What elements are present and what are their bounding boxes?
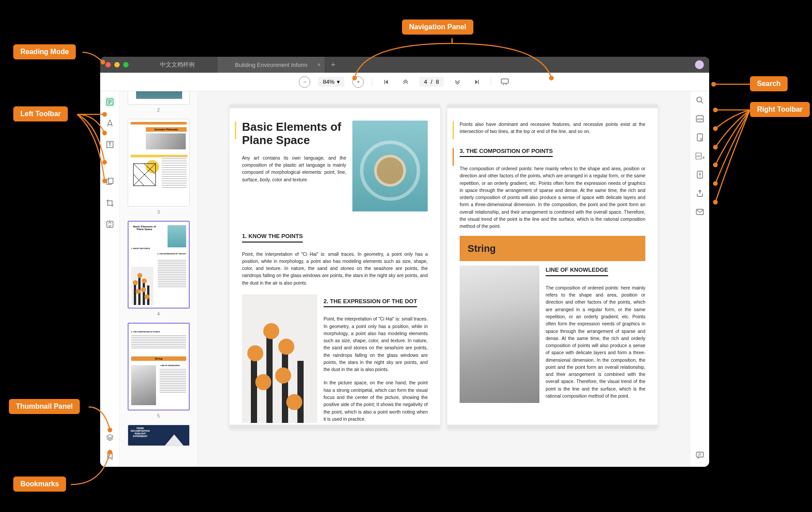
svg-rect-20 (109, 178, 113, 184)
callout-search: Search (750, 76, 788, 91)
app-window: 中文文档样例 Building Environment Inform × + −… (100, 57, 709, 467)
minimize-window-button[interactable] (114, 62, 120, 67)
previous-page-button[interactable] (400, 76, 411, 88)
separator (372, 78, 372, 86)
titlebar: 中文文档样例 Building Environment Inform × + (100, 57, 709, 73)
mini-h1: 1. KNOW THE POINTS (131, 247, 150, 250)
svg-marker-23 (163, 434, 185, 446)
mini-h2: 2. THE EXPRESSION OF THE DOT (157, 253, 186, 255)
tab-label: Building Environment Inform (235, 62, 307, 68)
thumbnail-number: 3 (128, 209, 189, 215)
mini-banner: Geometric Philosophy (146, 127, 187, 132)
svg-point-24 (697, 97, 702, 102)
comment-icon[interactable] (695, 450, 705, 461)
svg-point-12 (714, 182, 717, 185)
current-page: 4 (424, 78, 427, 85)
svg-point-11 (714, 163, 717, 167)
tab-label: 中文文档样例 (160, 61, 195, 69)
svg-rect-34 (696, 452, 703, 457)
edit-text-button[interactable] (105, 139, 115, 150)
total-pages: 8 (436, 78, 439, 85)
zoom-level-dropdown[interactable]: 84% ▾ (318, 77, 344, 87)
zoom-out-button[interactable]: − (299, 76, 310, 88)
right-toolbar: OCR PDFA (690, 91, 709, 467)
tab-doc-1[interactable]: 中文文档样例 (137, 57, 217, 73)
section-heading: 1. KNOW THE POINTS (242, 232, 303, 242)
navigation-panel: − 84% ▾ + 4 / 8 (100, 73, 709, 91)
thumbnail-page-5[interactable]: 3. THE COMPOSITION OF POINTS String LINE… (128, 323, 189, 418)
main-area: 2 Geometric Philosophy 3 (100, 91, 709, 467)
search-icon[interactable] (695, 95, 705, 106)
document-page-4: Basic Elements of Plane Space Any art co… (230, 105, 440, 428)
thumbnail-number: 5 (128, 413, 189, 418)
window-controls (105, 62, 129, 67)
mini-h4: LINE OF KNOWLEDGE (160, 364, 180, 367)
body-paragraph: Points also have dominant and recessive … (460, 121, 645, 135)
callout-reading-mode: Reading Mode (13, 44, 76, 59)
page-separator: / (431, 78, 433, 85)
svg-point-3 (712, 82, 715, 86)
tab-doc-2[interactable]: Building Environment Inform × (217, 57, 325, 73)
left-toolbar (100, 91, 120, 467)
user-avatar[interactable] (695, 60, 704, 69)
share-icon[interactable] (695, 188, 705, 199)
zoom-in-button[interactable]: + (352, 76, 364, 88)
convert-button[interactable] (105, 219, 115, 230)
hero-image (352, 121, 428, 211)
svg-text:PDF: PDF (697, 155, 701, 157)
crop-button[interactable] (105, 198, 115, 208)
body-paragraph: The composition of ordered points: here … (460, 165, 645, 230)
layers-icon[interactable] (105, 432, 115, 443)
document-tabs: 中文文档样例 Building Environment Inform × + (137, 57, 341, 73)
document-viewer[interactable]: Basic Elements of Plane Space Any art co… (198, 91, 690, 467)
svg-point-9 (714, 127, 717, 130)
page-organize-button[interactable] (105, 176, 115, 187)
first-page-button[interactable] (380, 76, 392, 88)
string-banner: String (460, 236, 645, 261)
illustration-image (242, 294, 317, 423)
callout-bookmarks: Bookmarks (13, 477, 66, 492)
page-number-input[interactable]: 4 / 8 (419, 77, 443, 87)
bookmark-icon[interactable] (105, 451, 115, 461)
document-page-5: Points also have dominant and recessive … (447, 105, 658, 428)
section-heading: 2. THE EXPRESSION OF THE DOT (324, 297, 417, 308)
last-page-button[interactable] (471, 76, 483, 88)
mini-string-banner: String (131, 356, 186, 361)
tab-add-button[interactable]: + (325, 57, 341, 73)
annotate-button[interactable] (105, 118, 115, 129)
close-window-button[interactable] (105, 62, 111, 67)
thumbnail-number: 4 (128, 311, 189, 317)
callout-left-toolbar: Left Toolbar (13, 106, 68, 121)
next-page-button[interactable] (452, 76, 463, 88)
svg-text:A: A (703, 156, 704, 159)
svg-point-10 (714, 145, 717, 149)
thumbnail-number: 2 (128, 107, 189, 113)
tab-close-icon[interactable]: × (317, 61, 320, 68)
mini-h3: 3. THE COMPOSITION OF POINTS (131, 331, 160, 333)
thumbnail-panel[interactable]: 2 Geometric Philosophy 3 (120, 91, 198, 467)
thumbnail-page-3[interactable]: Geometric Philosophy 3 (128, 119, 189, 215)
callout-thumbnail-panel: Thumbnail Panel (9, 399, 80, 414)
svg-text:OCR: OCR (697, 118, 703, 121)
compress-icon[interactable] (695, 169, 705, 180)
svg-rect-16 (501, 79, 508, 83)
thumbnail-page-6[interactable]: PRISM DECOMPOSITION SUNLIGHT EXPERIMENT (128, 425, 189, 446)
email-icon[interactable] (695, 207, 705, 217)
section-heading: 3. THE COMPOSITION OF POINTS (460, 147, 553, 157)
reading-mode-button[interactable] (105, 97, 115, 107)
mini-line: EXPERIMENT (131, 435, 150, 438)
thumbnail-page-2[interactable]: 2 (128, 91, 189, 113)
callout-right-toolbar: Right Toolbar (750, 102, 810, 117)
zoom-value: 84% (323, 78, 334, 85)
svg-rect-33 (696, 209, 703, 215)
section-heading: LINE OF KNOWLEDGE (546, 266, 608, 276)
maximize-window-button[interactable] (123, 62, 129, 67)
svg-point-28 (700, 138, 702, 140)
svg-point-8 (714, 108, 717, 112)
ocr-icon[interactable]: OCR (695, 113, 705, 124)
svg-point-13 (714, 200, 717, 204)
pdfa-icon[interactable]: PDFA (695, 151, 705, 161)
presentation-mode-button[interactable] (499, 76, 511, 88)
extract-icon[interactable] (695, 132, 705, 143)
thumbnail-page-4[interactable]: Basic Elements of Plane Space 1. KNOW TH… (128, 221, 189, 317)
